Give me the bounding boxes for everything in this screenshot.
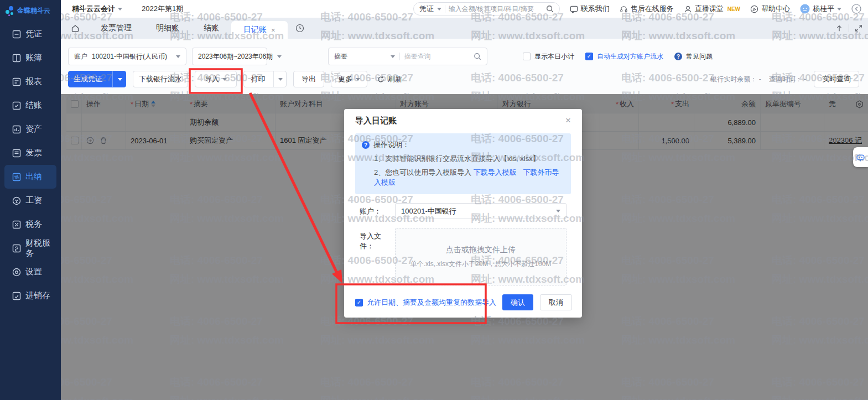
assistant-icon <box>856 153 865 162</box>
search-scope-select[interactable]: 凭证 <box>419 4 434 14</box>
tab-invoice-management[interactable]: 发票管理 <box>89 23 144 33</box>
tabbar-tools <box>835 24 868 32</box>
contact-us-link[interactable]: 联系我们 <box>570 4 610 14</box>
fullscreen-icon[interactable] <box>855 24 862 32</box>
search-input[interactable]: 输入金额/核算项目/科目/摘要 <box>449 4 543 14</box>
print-dropdown[interactable] <box>273 71 287 87</box>
sidebar-item-report[interactable]: 报表 <box>4 70 56 93</box>
scroll-top-icon[interactable] <box>835 24 843 32</box>
tab-journal[interactable]: 日记账 × <box>231 21 288 39</box>
file-field-label: 导入文件： <box>360 228 395 251</box>
voucher-icon <box>12 30 21 39</box>
allow-duplicate-checkbox[interactable]: ✓ 允许日期、摘要及金额均重复的数据导入 <box>355 298 496 308</box>
tab-home[interactable] <box>61 24 89 33</box>
generate-voucher-dropdown[interactable] <box>112 71 127 87</box>
topbar-right: 凭证 输入金额/核算项目/科目/摘要 联系我们 售后在线服务 直播课堂 <box>413 2 868 15</box>
show-daily-subtotal-checkbox[interactable]: 显示本日小计 <box>523 52 574 61</box>
dropzone-hint: 单个.xls,.xlsx文件小于20M，总大小不超过100M <box>410 259 552 269</box>
user-menu[interactable]: 杨桂平 <box>800 4 841 14</box>
download-template-link[interactable]: 下载导入模版 <box>474 168 517 176</box>
search-icon[interactable] <box>474 53 481 60</box>
sidebar-item-voucher[interactable]: 凭证 <box>4 22 56 46</box>
sidebar-item-label: 工资 <box>25 195 42 206</box>
sidebar-item-asset[interactable]: 资产 <box>4 117 56 141</box>
tab-detail-ledger[interactable]: 明细账 <box>144 23 191 33</box>
assistant-float-button[interactable] <box>853 147 868 167</box>
after-sales-service-link[interactable]: 售后在线服务 <box>620 4 674 14</box>
cancel-button[interactable]: 取消 <box>540 294 572 310</box>
global-search[interactable]: 凭证 输入金额/核算项目/科目/摘要 <box>413 2 560 15</box>
live-class-link[interactable]: 直播课堂 NEW <box>684 4 740 14</box>
person-icon <box>684 5 692 13</box>
sidebar-item-invoice[interactable]: 发票 <box>4 141 56 165</box>
product-switcher[interactable]: 精斗云云会计 <box>72 4 122 14</box>
summary-search[interactable]: 摘要 摘要查询 <box>328 48 487 65</box>
checkbox-checked-icon[interactable]: ✓ <box>355 299 363 307</box>
toolbar: 生成凭证 下载银行流水 导入 打印 导出 更多 <box>68 71 859 87</box>
confirm-button[interactable]: 确认 <box>502 294 533 310</box>
generate-voucher-button[interactable]: 生成凭证 <box>68 71 126 87</box>
asset-icon <box>12 125 21 134</box>
import-button[interactable]: 导入 <box>195 71 237 87</box>
inventory-icon <box>12 292 21 300</box>
closing-icon <box>12 101 21 110</box>
sidebar: 金蝶精斗云 凭证 账簿 报表 结账 资产 <box>0 0 61 400</box>
settings-icon <box>12 268 21 277</box>
instruction-line-2: 2、您也可以使用导入模版导入 下载导入模版 下载外币导入模版 <box>374 168 563 188</box>
summary-search-input[interactable]: 摘要查询 <box>404 52 431 61</box>
close-icon[interactable]: × <box>565 115 571 126</box>
sidebar-item-payroll[interactable]: 工资 <box>4 189 56 212</box>
sidebar-item-ledger[interactable]: 账簿 <box>4 46 56 70</box>
auto-generate-checkbox[interactable]: ✓ 自动生成对方账户流水 <box>585 52 663 61</box>
sidebar-item-inventory[interactable]: 进销存 <box>4 284 56 308</box>
sidebar-item-tax[interactable]: 税务 <box>4 212 56 236</box>
file-dropzone[interactable]: 点击或拖拽文件上传 单个.xls,.xlsx文件小于20M，总大小不超过100M <box>395 228 566 285</box>
sidebar-item-label: 财税服务 <box>25 238 56 259</box>
bank-balance: 银行实时余额： - <box>710 75 761 84</box>
file-field-row: 导入文件： 点击或拖拽文件上传 单个.xls,.xlsx文件小于20M，总大小不… <box>360 228 566 285</box>
instructions-panel: ? 操作说明： 1、支持智能识别银行交易流水直接导入【xls, xlsx】 2、… <box>355 133 571 194</box>
sidebar-item-cashier[interactable]: 出纳 <box>4 165 56 189</box>
account-field-row: 账户： 100201-中国银行 <box>360 203 566 219</box>
sidebar-item-settings[interactable]: 设置 <box>4 260 56 284</box>
user-name: 杨桂平 <box>813 4 834 14</box>
period-range-select[interactable]: 2023年06期~2023年06期 <box>192 48 267 65</box>
faq-link[interactable]: ? 常见问题 <box>674 52 713 61</box>
account-select[interactable]: 账户 100201-中国银行(人民币) <box>68 48 186 65</box>
import-label: 导入 <box>205 74 219 84</box>
sidebar-item-finance-service[interactable]: 财税服务 <box>4 236 56 260</box>
brand-logo-icon <box>6 6 14 16</box>
dialog-account-value: 100201-中国银行 <box>401 206 456 216</box>
checkbox-checked-icon[interactable]: ✓ <box>585 53 593 60</box>
allow-duplicate-label: 允许日期、摘要及金额均重复的数据导入 <box>367 298 496 308</box>
chevron-down-icon <box>556 210 560 212</box>
close-tab-icon[interactable]: × <box>271 26 276 34</box>
recent-pages-button[interactable] <box>288 24 312 33</box>
dialog-account-select[interactable]: 100201-中国银行 <box>395 203 566 219</box>
period-range-value: 2023年06期~2023年06期 <box>198 52 273 61</box>
dialog-header: 导入日记账 × <box>344 109 582 132</box>
collapse-icon[interactable] <box>851 4 861 14</box>
refresh-button[interactable]: 刷新 <box>374 71 406 87</box>
download-bank-flow-button[interactable]: 下载银行流水 <box>133 71 188 87</box>
summary-scope-select[interactable]: 摘要 <box>334 52 347 61</box>
info-question-icon: ? <box>362 141 370 149</box>
checkbox-unchecked-icon[interactable] <box>523 53 531 60</box>
sidebar-item-closing[interactable]: 结账 <box>4 93 56 117</box>
dropzone-text: 点击或拖拽文件上传 <box>446 245 516 255</box>
export-button[interactable]: 导出 <box>293 71 324 87</box>
tab-closing[interactable]: 结账 <box>191 23 231 33</box>
account-field-label: 账户： <box>360 203 395 216</box>
print-button[interactable]: 打印 <box>243 71 287 87</box>
ledger-icon <box>12 54 21 63</box>
sidebar-item-label: 税务 <box>25 219 42 230</box>
help-center-link[interactable]: 帮助中心 <box>750 4 790 14</box>
search-icon[interactable] <box>546 5 554 13</box>
show-daily-subtotal-label: 显示本日小计 <box>534 52 574 61</box>
sidebar-item-label: 发票 <box>25 148 42 158</box>
more-button[interactable]: 更多 <box>331 71 367 87</box>
topbar: 精斗云云会计 2022年第1期 凭证 输入金额/核算项目/科目/摘要 联系我们 <box>61 0 868 18</box>
realtime-query-button[interactable]: 实时查询 <box>814 71 859 87</box>
divider <box>849 24 849 32</box>
chevron-down-icon <box>356 78 360 81</box>
